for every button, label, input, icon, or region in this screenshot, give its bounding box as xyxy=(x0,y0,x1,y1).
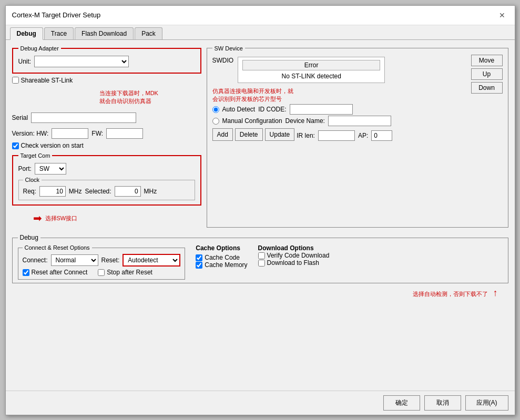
auto-detect-annotation: 选择自动检测，否则下载不了 xyxy=(413,291,488,297)
dialog-title: Cortex-M Target Driver Setup xyxy=(12,11,101,19)
ir-len-label: IR len: xyxy=(297,132,315,139)
debug-adapter-legend: Debug Adapter xyxy=(18,45,61,52)
cache-code-checkbox[interactable] xyxy=(196,254,202,261)
connect-reset-legend: Connect & Reset Options xyxy=(23,244,92,251)
ap-label: AP: xyxy=(358,132,368,139)
move-button[interactable]: Move xyxy=(471,55,503,66)
tab-trace[interactable]: Trace xyxy=(44,27,74,39)
connect-row: Connect: Normal Under Reset Connect & Re… xyxy=(23,254,181,267)
bottom-buttons: 确定 取消 应用(A) xyxy=(6,391,515,415)
device-name-input[interactable] xyxy=(328,116,391,126)
fw-input[interactable] xyxy=(106,128,143,139)
cancel-button[interactable]: 取消 xyxy=(424,395,461,411)
up-button[interactable]: Up xyxy=(471,68,503,80)
serial-input[interactable] xyxy=(31,112,136,123)
right-panel: SW Device SWDIO Error No ST-LINK detecte… xyxy=(207,45,508,228)
id-code-label: ID CODE: xyxy=(258,106,286,113)
req-input[interactable] xyxy=(39,186,66,197)
download-to-flash-row: Download to Flash xyxy=(258,259,330,267)
download-options-title: Download Options xyxy=(258,244,330,252)
auto-radio[interactable] xyxy=(212,106,219,113)
sw-device-group: SW Device SWDIO Error No ST-LINK detecte… xyxy=(207,45,508,228)
serial-label: Serial xyxy=(12,114,28,121)
tab-debug[interactable]: Debug xyxy=(10,27,43,40)
connect-label: Connect: xyxy=(23,257,48,264)
down-button[interactable]: Down xyxy=(471,82,503,94)
annotation-left1: 当连接下载器时，MDK xyxy=(99,89,158,97)
clock-group: Clock Req: MHz Selected: MHz xyxy=(18,177,195,200)
add-button[interactable]: Add xyxy=(212,128,233,141)
tab-pack[interactable]: Pack xyxy=(135,27,162,39)
debug-section-legend: Debug xyxy=(18,234,40,241)
right-annotation: 仿真器连接电脑和开发板时，就 会识别到开发板的芯片型号 xyxy=(212,87,467,104)
debug-adapter-group: Debug Adapter Unit: xyxy=(12,45,201,74)
manual-row: Manual Configuration Device Name: xyxy=(212,116,467,126)
device-name-label: Device Name: xyxy=(286,117,325,125)
verify-code-checkbox[interactable] xyxy=(258,252,265,259)
req-label: Req: xyxy=(23,188,36,195)
selected-label: Selected: xyxy=(85,188,111,195)
cache-options-group: Cache Options Cache Code Cache Memory xyxy=(196,244,247,269)
sw-annotation-row: ➡ 选择SW接口 xyxy=(12,212,201,224)
shareable-row: Shareable ST-Link xyxy=(12,77,201,84)
stop-after-reset-row: Stop after Reset xyxy=(98,269,152,276)
annotation-block-1: 当连接下载器时，MDK 就会自动识别仿真器 xyxy=(12,89,201,106)
hw-input[interactable] xyxy=(52,128,88,139)
ir-len-input[interactable] xyxy=(318,130,355,141)
check-version-row: Check version on start xyxy=(12,142,201,149)
selected-input[interactable] xyxy=(115,186,141,197)
reset-select[interactable]: Autodetect SYSRESETREQ VECTRESET Warm Re… xyxy=(123,254,180,267)
stop-after-reset-label: Stop after Reset xyxy=(107,269,152,276)
reset-after-connect-checkbox[interactable] xyxy=(23,269,29,276)
manual-radio[interactable] xyxy=(212,118,219,125)
swdio-label: SWDIO xyxy=(212,55,234,64)
auto-detect-annotation-row: 选择自动检测，否则下载不了 ↑ xyxy=(12,288,508,299)
update-button[interactable]: Update xyxy=(265,128,295,141)
version-row: Version: HW: FW: xyxy=(12,128,201,139)
cache-memory-label: Cache Memory xyxy=(205,261,247,269)
dialog-window: Cortex-M Target Driver Setup ✕ Debug Tra… xyxy=(5,5,515,415)
add-buttons-row: Add Delete Update IR len: AP: xyxy=(212,128,467,141)
cache-options-title: Cache Options xyxy=(196,244,247,252)
cache-memory-checkbox[interactable] xyxy=(196,262,202,269)
mhz2-label: MHz xyxy=(144,188,157,195)
auto-detect-row: Auto Detect ID CODE: xyxy=(212,104,467,115)
tab-flash-download[interactable]: Flash Download xyxy=(75,27,134,39)
sw-device-inner: SWDIO Error No ST-LINK detected 仿真器连接电脑和… xyxy=(212,55,503,141)
ok-button[interactable]: 确定 xyxy=(383,395,420,411)
reset-after-connect-row: Reset after Connect xyxy=(23,269,88,276)
reset-after-connect-label: Reset after Connect xyxy=(32,269,88,276)
unit-label: Unit: xyxy=(18,58,32,65)
connect-select[interactable]: Normal Under Reset Connect & Reset xyxy=(51,254,98,266)
clock-legend: Clock xyxy=(23,177,42,183)
delete-button[interactable]: Delete xyxy=(235,128,263,141)
swdio-row: SWDIO Error No ST-LINK detected xyxy=(212,55,467,85)
stop-after-reset-checkbox[interactable] xyxy=(98,269,105,276)
close-button[interactable]: ✕ xyxy=(496,10,508,21)
unit-select[interactable] xyxy=(34,56,129,67)
shareable-label: Shareable ST-Link xyxy=(21,77,73,84)
ir-row: IR len: AP: xyxy=(297,130,392,141)
apply-button[interactable]: 应用(A) xyxy=(465,395,508,411)
download-to-flash-label: Download to Flash xyxy=(267,259,319,267)
verify-code-row: Verify Code Download xyxy=(258,252,330,259)
cache-code-label: Cache Code xyxy=(205,254,240,261)
main-content: Debug Adapter Unit: Shareable ST-Link xyxy=(6,40,515,391)
error-box: Error No ST-LINK detected xyxy=(238,57,385,83)
ap-input[interactable] xyxy=(371,130,392,141)
check-version-checkbox[interactable] xyxy=(12,142,19,149)
fw-label: FW: xyxy=(91,130,103,137)
port-select[interactable]: SW JTAG xyxy=(35,163,66,175)
id-code-input[interactable] xyxy=(290,104,353,115)
mhz1-label: MHz xyxy=(69,188,82,195)
cache-code-row: Cache Code xyxy=(196,254,247,261)
download-to-flash-checkbox[interactable] xyxy=(258,260,265,267)
error-msg: No ST-LINK detected xyxy=(281,73,341,80)
reset-checkboxes-row: Reset after Connect Stop after Reset xyxy=(23,269,181,276)
debug-options-row: Connect & Reset Options Connect: Normal … xyxy=(18,244,503,280)
check-version-label: Check version on start xyxy=(21,142,84,149)
top-section: Debug Adapter Unit: Shareable ST-Link xyxy=(12,45,508,228)
target-com-group: Target Com Port: SW JTAG Clock Req: xyxy=(12,152,201,206)
shareable-checkbox[interactable] xyxy=(12,77,19,84)
connect-reset-group: Connect & Reset Options Connect: Normal … xyxy=(18,244,186,280)
